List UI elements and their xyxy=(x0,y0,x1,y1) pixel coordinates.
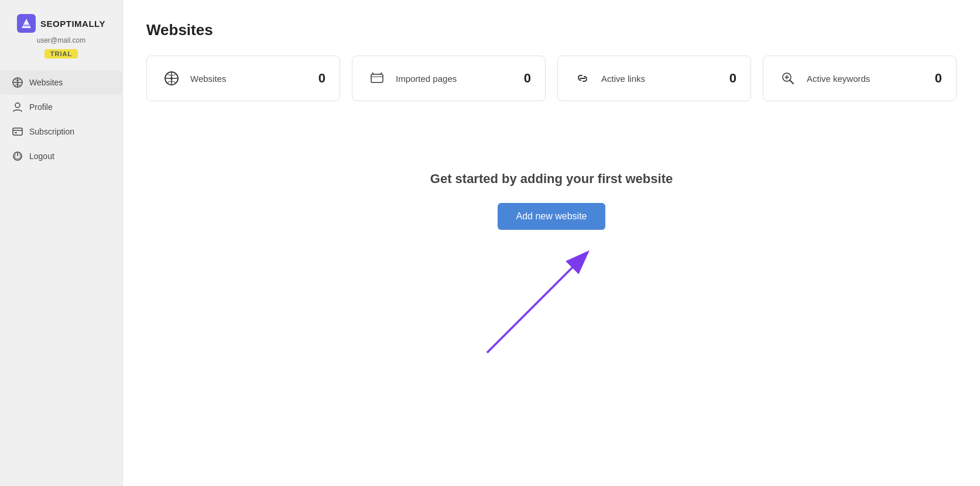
empty-state-text: Get started by adding your first website xyxy=(430,171,673,187)
arrow-svg xyxy=(464,236,639,364)
stat-websites-label: Websites xyxy=(190,74,310,84)
sidebar-item-logout[interactable]: Logout xyxy=(0,144,122,168)
sidebar-item-websites-label: Websites xyxy=(29,78,63,87)
stat-active-keywords-label: Active keywords xyxy=(807,74,927,84)
stat-websites-value: 0 xyxy=(318,71,325,86)
sidebar-item-profile-label: Profile xyxy=(29,102,53,112)
svg-point-6 xyxy=(15,103,20,108)
svg-rect-7 xyxy=(13,128,22,135)
stat-active-keywords-value: 0 xyxy=(935,71,942,86)
svg-rect-17 xyxy=(371,74,383,82)
stat-active-links-value: 0 xyxy=(729,71,736,86)
sidebar-item-websites[interactable]: Websites xyxy=(0,70,122,95)
page-title: Websites xyxy=(146,21,957,39)
logout-icon xyxy=(12,150,23,162)
sidebar-item-subscription-label: Subscription xyxy=(29,127,74,136)
subscription-icon xyxy=(12,126,23,137)
stat-card-websites: Websites 0 xyxy=(146,56,340,101)
logo-area: SEOPTIMALLY xyxy=(17,14,105,33)
stat-card-active-keywords: Active keywords 0 xyxy=(763,56,957,101)
sidebar-item-logout-label: Logout xyxy=(29,151,54,161)
arrow-annotation xyxy=(464,236,639,364)
svg-rect-2 xyxy=(23,25,30,26)
empty-state: Get started by adding your first website… xyxy=(146,125,957,364)
stat-websites-icon xyxy=(161,68,182,89)
stat-imported-pages-icon xyxy=(366,68,388,89)
sidebar: SEOPTIMALLY user@mail.com TRIAL Websites xyxy=(0,0,123,486)
user-email: user@mail.com xyxy=(37,36,86,44)
stat-active-links-label: Active links xyxy=(601,74,721,84)
svg-line-23 xyxy=(790,80,793,84)
stat-active-links-icon xyxy=(572,68,593,89)
logo-icon xyxy=(17,14,36,33)
sidebar-item-profile[interactable]: Profile xyxy=(0,95,122,119)
sidebar-item-subscription[interactable]: Subscription xyxy=(0,119,122,144)
svg-rect-9 xyxy=(15,132,17,133)
stat-card-active-links: Active links 0 xyxy=(557,56,751,101)
app-name: SEOPTIMALLY xyxy=(40,19,105,29)
add-website-button[interactable]: Add new website xyxy=(498,203,606,230)
svg-line-27 xyxy=(487,253,587,353)
trial-badge: TRIAL xyxy=(44,49,78,58)
stats-row: Websites 0 Imported pages 0 xyxy=(146,56,957,101)
main-content: Websites Websites 0 xyxy=(123,0,980,486)
stat-card-imported-pages: Imported pages 0 xyxy=(352,56,546,101)
profile-icon xyxy=(12,101,23,113)
stat-active-keywords-icon xyxy=(777,68,799,89)
stat-imported-pages-value: 0 xyxy=(524,71,531,86)
svg-point-16 xyxy=(170,77,173,80)
sidebar-nav: Websites Profile Subscription xyxy=(0,70,122,168)
stat-imported-pages-label: Imported pages xyxy=(396,74,516,84)
websites-icon xyxy=(12,77,23,88)
